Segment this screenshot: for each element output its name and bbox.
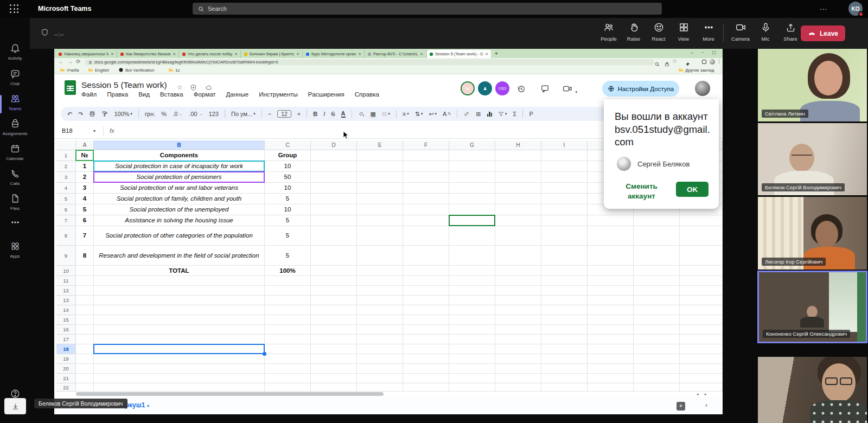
cell-L13[interactable] [680,296,723,305]
cell-D7[interactable] [311,215,357,226]
insert-link-icon[interactable] [463,111,470,117]
star-document-icon[interactable]: ☆ [177,84,183,91]
cell-L8[interactable] [680,226,723,246]
cell-L22[interactable] [680,383,723,392]
cell-I2[interactable] [541,161,588,172]
tab-close-icon[interactable]: ✕ [420,52,423,56]
cell-C2[interactable]: 10 [265,161,311,172]
cell-F18[interactable] [403,344,449,354]
cell-B10[interactable]: TOTAL [94,266,265,276]
collaborator-cat-avatar[interactable]: ᵔᴥᵔ [461,81,475,95]
video-tile[interactable]: Беляков Сергій Володимирович [758,123,867,195]
cell-E9[interactable] [357,246,403,266]
cell-H5[interactable] [495,194,541,204]
change-account-button[interactable]: Сменить аккаунт [616,182,667,201]
cell-E15[interactable] [357,315,403,325]
cell-E22[interactable] [357,383,403,392]
cell-D18[interactable] [311,344,357,354]
cell-H17[interactable] [495,335,541,344]
browser-tab[interactable]: Наконец свершилось! Миров✕ [56,50,117,58]
collapse-panel-icon[interactable]: ‹ [705,401,707,409]
cell-K9[interactable] [634,246,680,266]
cell-A10[interactable] [76,266,94,276]
cell-A12[interactable] [76,286,94,296]
cell-E19[interactable] [357,354,403,364]
meet-dropdown-icon[interactable]: ▾ [575,90,577,94]
cell-G17[interactable] [449,335,495,344]
cell-L19[interactable] [680,354,723,364]
cell-G8[interactable] [449,226,495,246]
meeting-control-react[interactable]: React [646,22,671,42]
tab-close-icon[interactable]: ✕ [296,52,299,56]
menu-инструменты[interactable]: Инструменты [259,91,298,98]
cell-E4[interactable] [357,183,403,194]
column-header-I[interactable]: I [541,140,588,150]
cell-C6[interactable]: 10 [265,204,311,215]
row-header-12[interactable]: 12 [56,286,76,296]
cell-A20[interactable] [76,364,94,374]
borders-button[interactable]: ▦ [371,111,376,118]
cell-H14[interactable] [495,305,541,315]
cell-K12[interactable] [634,286,680,296]
meeting-control-mic[interactable]: Mic [753,22,778,42]
cell-G7[interactable] [449,215,495,226]
decrease-decimal-button[interactable]: .0← [173,111,183,117]
cell-L18[interactable] [680,344,723,354]
tab-close-icon[interactable]: ✕ [111,52,114,56]
currency-format-button[interactable]: грн. [145,111,155,117]
cell-K22[interactable] [634,383,680,392]
row-header-21[interactable]: 21 [56,374,76,383]
collaborator-teal-avatar[interactable]: ♟ [478,81,492,95]
version-history-icon[interactable] [516,84,526,95]
cell-L20[interactable] [680,364,723,374]
cell-K7[interactable] [634,215,680,226]
column-header-H[interactable]: H [495,140,541,150]
cell-E6[interactable] [357,204,403,215]
tab-close-icon[interactable]: ✕ [358,52,361,56]
cell-C13[interactable] [265,296,311,305]
cell-L12[interactable] [680,286,723,296]
fill-handle[interactable] [263,352,266,356]
cell-J10[interactable] [588,266,634,276]
cell-B12[interactable] [94,286,265,296]
bold-button[interactable]: B [313,111,317,117]
cell-B5[interactable]: Social protection of family, children an… [94,194,265,204]
browser-menu-icon[interactable]: ⋮ [717,59,722,64]
waffle-icon[interactable] [10,4,19,14]
search-input[interactable]: Search [193,3,662,15]
cell-B21[interactable] [94,374,265,383]
row-header-3[interactable]: 3 [56,172,76,183]
row-header-7[interactable]: 7 [56,215,76,226]
cell-K14[interactable] [634,305,680,315]
video-tile[interactable] [758,357,867,423]
cell-G13[interactable] [449,296,495,305]
cell-H15[interactable] [495,315,541,325]
scroll-right-icon[interactable]: ▸ [705,392,707,396]
cell-I1[interactable] [541,150,588,161]
cell-G10[interactable] [449,266,495,276]
rail-item-chat[interactable]: Chat [0,69,30,86]
cell-H18[interactable] [495,344,541,354]
browser-tab[interactable]: Что делать после победы - но✕ [180,50,241,58]
cell-E21[interactable] [357,374,403,383]
rail-item-assignments[interactable]: Assignments [0,119,30,136]
cell-C12[interactable] [265,286,311,296]
row-header-19[interactable]: 19 [56,354,76,364]
row-header-22[interactable]: 22 [56,383,76,392]
decrease-font-button[interactable]: − [268,111,271,117]
text-rotation-button[interactable]: A↻ [443,111,451,117]
cell-I6[interactable] [541,204,588,215]
cell-G20[interactable] [449,364,495,374]
titlebar-more-icon[interactable]: ... [820,3,827,11]
tab-close-icon[interactable]: ✕ [485,52,488,56]
cell-B1[interactable]: Components [94,150,265,161]
window-controls[interactable]: ⌄ − ▢ [691,50,719,55]
cell-D17[interactable] [311,335,357,344]
cell-E12[interactable] [357,286,403,296]
cell-A9[interactable]: 8 [76,246,94,266]
cell-A1[interactable]: № [76,150,94,161]
cell-D20[interactable] [311,364,357,374]
cell-C21[interactable] [265,374,311,383]
cell-L11[interactable] [680,276,723,286]
row-header-13[interactable]: 13 [56,296,76,305]
